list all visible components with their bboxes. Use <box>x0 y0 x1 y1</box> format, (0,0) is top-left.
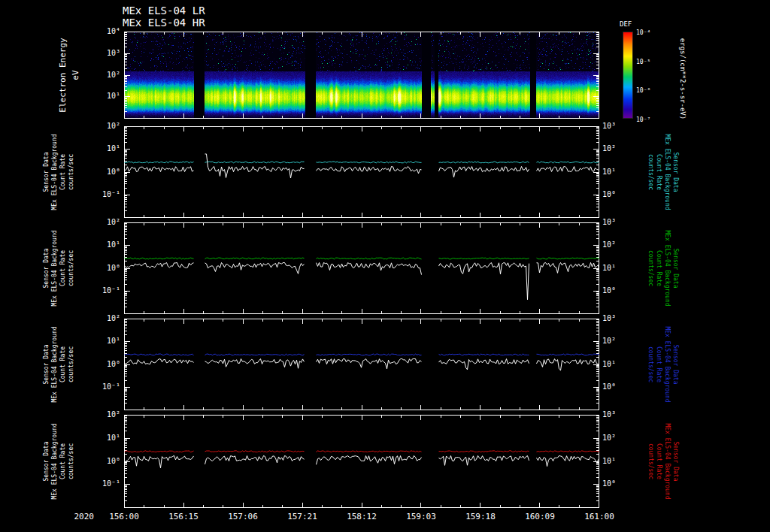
panel-right-axis-label-line: counts/sec <box>647 134 655 210</box>
panel-y-axis-label-line: counts/sec <box>67 423 75 499</box>
panel-y-tick-label: 10⁰ <box>87 457 120 466</box>
panel-right-tick-label: 10¹ <box>602 168 635 177</box>
panel-right-tick-label: 10⁰ <box>602 190 635 199</box>
plot-title-hr: MEx ELS-04 HR <box>123 17 205 29</box>
electron-energy-spectrogram <box>124 32 599 119</box>
panel-y-axis-label-line: MEx ELS-04 Background <box>50 134 59 210</box>
panel-right-axis-label-line: Count Rate <box>655 230 663 306</box>
panel-y-axis-label-line: counts/sec <box>67 326 75 402</box>
panel-y-axis-label-line: Sensor Data <box>42 134 50 210</box>
panel-right-axis-label-line: MEx ELS-04 Background <box>663 230 671 306</box>
x-axis-tick-label: 156:15 <box>161 512 206 521</box>
panel-right-axis-label-line: MEx ELS-04 Background <box>663 423 671 499</box>
panel-right-axis-label: Sensor DataMEx ELS-04 BackgroundCount Ra… <box>647 134 680 210</box>
panel-right-tick-label: 10⁰ <box>602 382 635 391</box>
x-axis-tick-label: 159:18 <box>458 512 503 521</box>
panel-y-tick-label: 10⁻¹ <box>87 286 120 295</box>
panel-y-axis-label: Sensor DataMEx ELS-04 BackgroundCount Ra… <box>42 134 75 210</box>
panel-y-axis-label-line: Sensor Data <box>42 326 50 402</box>
background-count-rate-panel-2 <box>124 222 599 314</box>
panel-right-tick-label: 10² <box>602 337 635 346</box>
panel-right-tick-label: 10³ <box>602 314 635 323</box>
panel-right-tick-label: 10¹ <box>602 457 635 466</box>
panel-right-axis-label: Sensor DataMEx ELS-04 BackgroundCount Ra… <box>647 423 680 499</box>
panel-y-axis-label-line: Count Rate <box>59 134 67 210</box>
panel-y-tick-label: 10⁰ <box>87 360 120 369</box>
background-count-rate-panel-1 <box>124 126 599 218</box>
x-axis-tick-label: 157:06 <box>220 512 265 521</box>
panel-y-tick-label: 10¹ <box>87 434 120 443</box>
panel-y-axis-label-line: MEx ELS-04 Background <box>50 423 59 499</box>
x-axis-year-label: 2020 <box>53 512 94 521</box>
panel-right-tick-label: 10² <box>602 240 635 249</box>
panel-y-tick-label: 10¹ <box>87 337 120 346</box>
panel-right-axis-label: Sensor DataMEx ELS-04 BackgroundCount Ra… <box>647 326 680 402</box>
panel-right-tick-label: 10³ <box>602 218 635 227</box>
panel-y-axis-label-line: Sensor Data <box>42 230 50 306</box>
panel-right-axis-label-line: counts/sec <box>647 423 655 499</box>
panel-y-axis-label-line: Count Rate <box>59 423 67 499</box>
x-axis-tick-label: 158:12 <box>339 512 384 521</box>
spectrogram-y-tick-label: 10⁴ <box>87 27 120 36</box>
spectrogram-y-tick-label: 10³ <box>87 49 120 58</box>
spectrogram-y-axis-label-line2: eV <box>69 38 82 112</box>
panel-right-axis-label-line: Sensor Data <box>671 423 680 499</box>
panel-y-tick-label: 10⁰ <box>87 168 120 177</box>
colorbar-tick-label: 10⁻⁴ <box>636 29 650 38</box>
panel-right-axis-label-line: Sensor Data <box>671 134 680 210</box>
panel-y-axis-label-line: Count Rate <box>59 230 67 306</box>
panel-right-tick-label: 10³ <box>602 122 635 131</box>
plot-title-lr: MEx ELS-04 LR <box>123 5 205 17</box>
panel-y-axis-label-line: counts/sec <box>67 230 75 306</box>
panel-right-axis-label-line: Sensor Data <box>671 326 680 402</box>
panel-right-tick-label: 10¹ <box>602 360 635 369</box>
colorbar-tick-label: 10⁻⁵ <box>636 58 650 67</box>
colorbar-tick-label: 10⁻⁷ <box>636 116 650 125</box>
panel-y-tick-label: 10² <box>87 122 120 131</box>
x-axis-tick-label: 156:00 <box>102 512 147 521</box>
panel-y-tick-label: 10⁻¹ <box>87 479 120 488</box>
panel-right-tick-label: 10² <box>602 144 635 153</box>
panel-y-tick-label: 10⁰ <box>87 264 120 273</box>
background-count-rate-panel-4 <box>124 415 599 508</box>
panel-right-axis-label-line: Count Rate <box>655 423 663 499</box>
panel-right-axis-label-line: MEx ELS-04 Background <box>663 326 671 402</box>
panel-y-tick-label: 10¹ <box>87 240 120 249</box>
panel-right-tick-label: 10³ <box>602 410 635 419</box>
panel-y-axis-label-line: MEx ELS-04 Background <box>50 230 59 306</box>
panel-y-tick-label: 10² <box>87 410 120 419</box>
x-axis-tick-label: 160:09 <box>517 512 562 521</box>
spectrogram-y-axis-label: Electron Energy eV <box>56 38 82 112</box>
x-axis-tick-label: 159:03 <box>399 512 444 521</box>
spectrogram-y-tick-label: 10¹ <box>87 92 120 101</box>
panel-y-tick-label: 10⁻¹ <box>87 382 120 391</box>
panel-y-axis-label-line: MEx ELS-04 Background <box>50 326 59 402</box>
panel-y-tick-label: 10¹ <box>87 144 120 153</box>
background-count-rate-panel-3 <box>124 319 599 410</box>
panel-y-axis-label: Sensor DataMEx ELS-04 BackgroundCount Ra… <box>42 230 75 306</box>
colorbar-tick-label: 10⁻⁶ <box>636 86 650 95</box>
panel-right-tick-label: 10² <box>602 434 635 443</box>
panel-y-axis-label-line: Sensor Data <box>42 423 50 499</box>
panel-right-axis-label-line: Count Rate <box>655 326 663 402</box>
panel-right-axis-label-line: counts/sec <box>647 230 655 306</box>
panel-right-tick-label: 10¹ <box>602 264 635 273</box>
panel-y-tick-label: 10⁻¹ <box>87 190 120 199</box>
spectrogram-y-tick-label: 10² <box>87 71 120 80</box>
panel-right-tick-label: 10⁰ <box>602 286 635 295</box>
panel-right-axis-label: Sensor DataMEx ELS-04 BackgroundCount Ra… <box>647 230 680 306</box>
panel-y-tick-label: 10² <box>87 218 120 227</box>
x-axis-tick-label: 157:21 <box>280 512 325 521</box>
panel-y-axis-label: Sensor DataMEx ELS-04 BackgroundCount Ra… <box>42 423 75 499</box>
colorbar-units-label: ergs/(cm**2-s-sr-eV) <box>679 38 687 119</box>
colorbar-title: DEF <box>620 20 632 28</box>
tplot-window: MEx ELS-04 LR MEx ELS-04 HR Electron Ene… <box>0 0 770 532</box>
panel-y-axis-label-line: counts/sec <box>67 134 75 210</box>
panel-y-axis-label: Sensor DataMEx ELS-04 BackgroundCount Ra… <box>42 326 75 402</box>
panel-right-axis-label-line: counts/sec <box>647 326 655 402</box>
panel-right-axis-label-line: MEx ELS-04 Background <box>663 134 671 210</box>
panel-y-axis-label-line: Count Rate <box>59 326 67 402</box>
panel-right-axis-label-line: Sensor Data <box>671 230 680 306</box>
panel-right-tick-label: 10⁰ <box>602 479 635 488</box>
colorbar <box>623 32 633 119</box>
